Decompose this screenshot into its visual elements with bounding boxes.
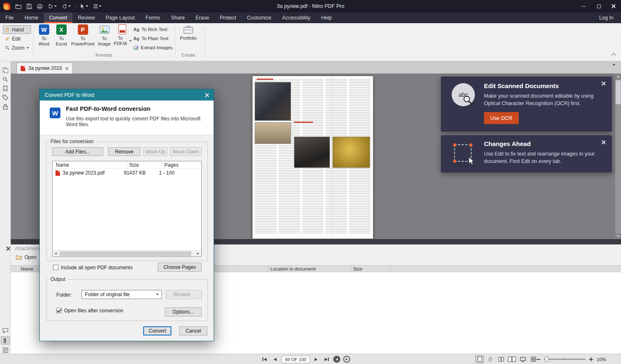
facing-pages-view-icon[interactable]: [508, 355, 516, 363]
single-page-view-icon[interactable]: [475, 355, 484, 363]
customize-dropdown-icon[interactable]: [99, 5, 101, 7]
to-pdfa-button[interactable]: To PDF/A: [113, 24, 132, 51]
menu-tab-page-layout[interactable]: Page Layout: [100, 12, 140, 23]
scrollbar-thumb[interactable]: [60, 251, 191, 256]
document-tab[interactable]: За рулем 2023: [17, 62, 73, 74]
options-button[interactable]: Options...: [165, 307, 202, 316]
scroll-down-button[interactable]: [615, 233, 621, 239]
menu-tab-erase[interactable]: Erase: [190, 12, 214, 23]
move-down-button[interactable]: Move Down: [170, 147, 202, 156]
cancel-button[interactable]: Cancel: [179, 326, 207, 335]
zoom-level[interactable]: 10%: [597, 357, 606, 362]
pdfa-dropdown-icon[interactable]: [129, 40, 132, 42]
close-notification-icon[interactable]: [601, 140, 606, 145]
scroll-left-button[interactable]: [53, 251, 59, 256]
menu-tab-review[interactable]: Review: [72, 12, 100, 23]
open-after-label[interactable]: Open files after conversion: [64, 308, 123, 314]
zoom-in-button[interactable]: [589, 357, 593, 361]
add-files-button[interactable]: Add Files...: [52, 147, 103, 156]
remove-button[interactable]: Remove: [108, 147, 140, 156]
redo-dropdown-icon[interactable]: [68, 5, 71, 7]
column-pages[interactable]: Pages: [162, 161, 201, 168]
maximize-button[interactable]: [591, 0, 606, 12]
browse-button[interactable]: Browse...: [166, 290, 202, 299]
scrollbar-thumb[interactable]: [616, 80, 621, 104]
column-name[interactable]: Name: [53, 161, 127, 168]
include-all-label[interactable]: Include all open PDF documents: [61, 265, 132, 271]
convert-button[interactable]: Convert: [143, 326, 171, 335]
close-attachments-icon[interactable]: [6, 246, 11, 251]
close-document-icon[interactable]: [65, 67, 69, 70]
pdf-page-preview[interactable]: [253, 76, 373, 239]
pages-panel-icon[interactable]: [1, 66, 10, 74]
close-notification-icon[interactable]: [601, 81, 606, 86]
open-after-checkbox[interactable]: [56, 308, 62, 313]
choose-pages-button[interactable]: Choose Pages: [158, 263, 202, 272]
to-word-button[interactable]: W To Word: [36, 24, 52, 51]
continuous-view-icon[interactable]: [497, 355, 505, 363]
first-page-button[interactable]: [261, 356, 268, 363]
undo-button[interactable]: [46, 2, 58, 10]
folder-select[interactable]: Folder of original file: [82, 290, 162, 299]
close-window-button[interactable]: [606, 0, 621, 12]
menu-tab-file[interactable]: File: [0, 12, 19, 23]
search-icon[interactable]: [1, 75, 10, 84]
zoom-out-button[interactable]: [537, 359, 540, 360]
security-icon[interactable]: [1, 103, 10, 111]
pointer-tool-button[interactable]: [79, 2, 90, 10]
menu-tab-forms[interactable]: Forms: [140, 12, 165, 23]
attachments-column-location[interactable]: Location in document: [268, 266, 351, 272]
customize-toolbar-button[interactable]: [91, 3, 103, 10]
previous-page-button[interactable]: [271, 356, 279, 363]
menu-tab-share[interactable]: Share: [166, 12, 190, 23]
zoom-dropdown-icon[interactable]: [26, 47, 29, 49]
zoom-slider[interactable]: [544, 359, 585, 360]
page-indicator[interactable]: 49 OF 100: [282, 356, 310, 363]
close-dialog-icon[interactable]: [205, 93, 209, 98]
to-plain-text-button[interactable]: Ag To Plain Text: [133, 35, 168, 42]
to-excel-button[interactable]: X To Excel: [53, 24, 70, 51]
horizontal-scrollbar[interactable]: [53, 250, 201, 256]
next-view-button[interactable]: [343, 356, 350, 363]
undo-dropdown-icon[interactable]: [54, 5, 57, 7]
menu-tab-accessibility[interactable]: Accessibility: [277, 12, 316, 23]
scroll-right-button[interactable]: [195, 251, 201, 256]
comments-icon[interactable]: [1, 326, 10, 335]
move-up-button[interactable]: Move Up: [143, 147, 167, 156]
minimize-button[interactable]: [576, 0, 591, 12]
edit-tool-button[interactable]: Edit: [3, 34, 31, 43]
menu-tab-convert[interactable]: Convert: [44, 12, 73, 23]
hand-tool-button[interactable]: Hand: [3, 25, 31, 34]
column-size[interactable]: Size: [127, 161, 162, 168]
redo-button[interactable]: [60, 2, 72, 10]
print-icon[interactable]: [35, 2, 44, 10]
fullscreen-view-icon[interactable]: [518, 355, 527, 363]
tags-icon[interactable]: [1, 93, 10, 102]
extract-images-button[interactable]: Extract Images: [133, 44, 173, 51]
to-powerpoint-button[interactable]: P To PowerPoint: [70, 24, 96, 51]
next-page-button[interactable]: [313, 356, 320, 363]
menu-tab-home[interactable]: Home: [19, 12, 43, 23]
open-attachment-button[interactable]: Open: [16, 254, 36, 260]
file-row[interactable]: За рулем 2023.pdf 91437 KB 1 - 100: [53, 169, 201, 177]
include-all-checkbox[interactable]: [53, 265, 58, 270]
open-documents-dropdown-icon[interactable]: [613, 66, 615, 73]
hand-pan-view-icon[interactable]: [486, 355, 495, 363]
to-rich-text-button[interactable]: Ag To Rich Text: [133, 26, 167, 33]
last-page-button[interactable]: [323, 356, 330, 363]
attachments-column-size[interactable]: Size: [351, 266, 391, 272]
scroll-up-button[interactable]: [615, 74, 621, 79]
pointer-dropdown-icon[interactable]: [86, 5, 88, 7]
use-ocr-button[interactable]: Use OCR: [484, 112, 519, 124]
zoom-tool-button[interactable]: Zoom: [3, 43, 31, 52]
open-file-icon[interactable]: [14, 2, 23, 10]
collapse-ribbon-button[interactable]: [612, 54, 615, 57]
portfolio-button[interactable]: Portfolio: [178, 24, 199, 51]
menu-tab-help[interactable]: Help: [316, 12, 337, 23]
zoom-slider-thumb[interactable]: [545, 357, 549, 362]
bookmarks-icon[interactable]: [1, 84, 10, 93]
dialog-title-bar[interactable]: Convert PDF to Word: [40, 89, 214, 101]
menu-tab-protect[interactable]: Protect: [214, 12, 242, 23]
previous-view-button[interactable]: [333, 356, 340, 363]
menu-tab-customize[interactable]: Customize: [242, 12, 277, 23]
